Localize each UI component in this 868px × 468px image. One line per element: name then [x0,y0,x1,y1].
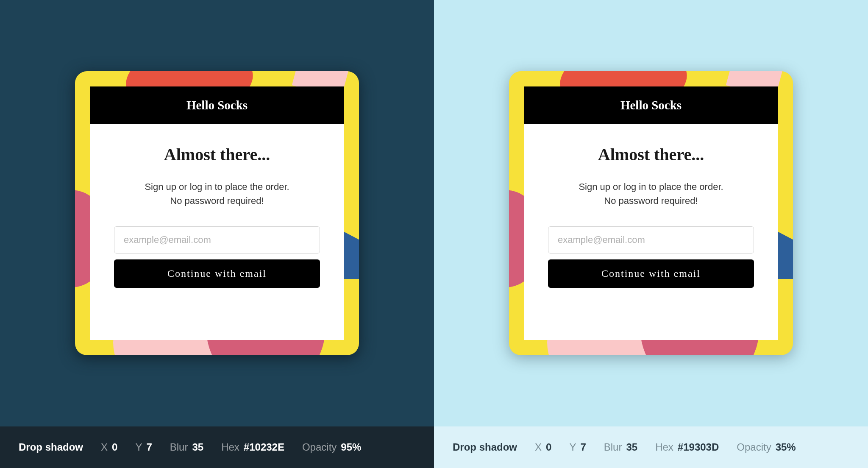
x-label: X [535,441,542,453]
card-title: Almost there... [548,145,754,164]
card-title: Almost there... [114,145,320,164]
y-label: Y [569,441,576,453]
opacity-value: 35% [776,441,796,453]
opacity-label: Opacity [302,441,337,453]
hex-label: Hex [221,441,239,453]
blur-value: 35 [626,441,637,453]
blur-value: 35 [192,441,203,453]
blur-label: Blur [604,441,622,453]
y-label: Y [135,441,142,453]
card-header: Hello Socks [90,86,344,124]
opacity: Opacity 95% [302,441,361,453]
footer: Drop shadow X 0 Y 7 Blur 35 Hex #10232E … [0,426,868,468]
blur: Blur 35 [170,441,203,453]
panel-dark: Hello Socks Almost there... Sign up or l… [0,0,434,426]
subtitle-line2: No password required! [170,195,264,206]
x-offset: X 0 [101,441,117,453]
y-value: 7 [580,441,586,453]
footer-panel-light: Drop shadow X 0 Y 7 Blur 35 Hex #19303D … [434,426,868,468]
panel-light: Hello Socks Almost there... Sign up or l… [434,0,868,426]
drop-shadow-label: Drop shadow [453,441,517,453]
login-card-dark: Hello Socks Almost there... Sign up or l… [75,71,359,355]
y-offset: Y 7 [569,441,586,453]
hex-color: Hex #19303D [655,441,719,453]
card-subtitle: Sign up or log in to place the order. No… [114,180,320,208]
hex-value: #19303D [678,441,719,453]
x-value: 0 [546,441,551,453]
card-subtitle: Sign up or log in to place the order. No… [548,180,754,208]
drop-shadow-label: Drop shadow [19,441,83,453]
footer-panel-dark: Drop shadow X 0 Y 7 Blur 35 Hex #10232E … [0,426,434,468]
opacity-label: Opacity [737,441,771,453]
main-content: Hello Socks Almost there... Sign up or l… [0,0,868,426]
card-header: Hello Socks [524,86,778,124]
continue-button[interactable]: Continue with email [114,259,320,288]
card-inner: Hello Socks Almost there... Sign up or l… [90,86,344,340]
y-value: 7 [146,441,152,453]
y-offset: Y 7 [135,441,152,453]
opacity-value: 95% [341,441,361,453]
hex-color: Hex #10232E [221,441,284,453]
x-label: X [101,441,108,453]
hex-label: Hex [655,441,673,453]
email-field[interactable] [548,226,754,254]
card-body: Almost there... Sign up or log in to pla… [524,124,778,340]
card-inner: Hello Socks Almost there... Sign up or l… [524,86,778,340]
subtitle-line1: Sign up or log in to place the order. [579,181,723,192]
x-value: 0 [112,441,117,453]
opacity: Opacity 35% [737,441,796,453]
hex-value: #10232E [244,441,284,453]
blur-label: Blur [170,441,188,453]
subtitle-line1: Sign up or log in to place the order. [145,181,289,192]
continue-button[interactable]: Continue with email [548,259,754,288]
blur: Blur 35 [604,441,637,453]
x-offset: X 0 [535,441,551,453]
card-body: Almost there... Sign up or log in to pla… [90,124,344,340]
login-card-light: Hello Socks Almost there... Sign up or l… [509,71,793,355]
email-field[interactable] [114,226,320,254]
subtitle-line2: No password required! [604,195,698,206]
